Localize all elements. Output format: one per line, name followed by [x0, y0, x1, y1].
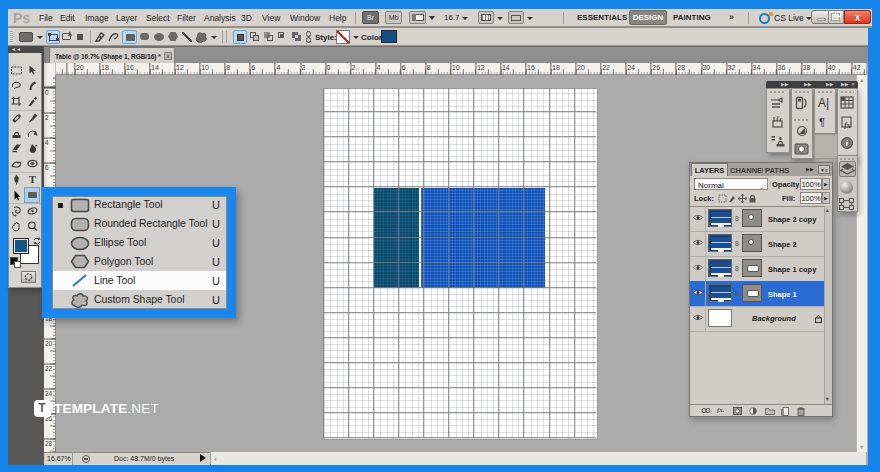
svg-text:fx: fx	[844, 121, 851, 129]
